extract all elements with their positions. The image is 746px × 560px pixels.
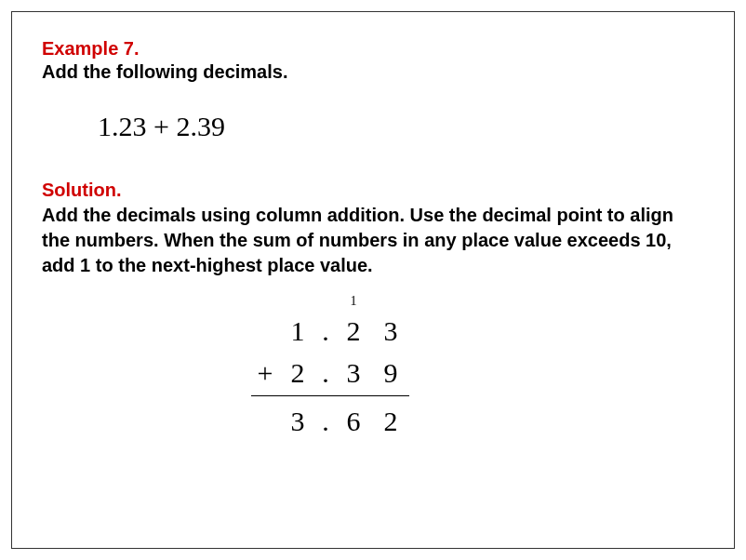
worksheet-frame: Example 7. Add the following decimals. 1… [11, 11, 735, 549]
result-row: 3 . 6 2 [251, 400, 409, 442]
row2-ones: 2 [279, 352, 316, 393]
prompt-text: Add the following decimals. [42, 61, 704, 83]
row1-tenths: 2 [335, 310, 372, 352]
solution-label: Solution. [42, 180, 704, 201]
column-addition: 1 1 . 2 3 + 2 . 3 9 3 . 6 2 [251, 295, 409, 442]
result-ones: 3 [279, 400, 316, 442]
addend-row-1: 1 . 2 3 [251, 310, 409, 352]
row2-hundredths: 9 [372, 352, 409, 393]
row2-op: + [251, 352, 279, 393]
row2-dot: . [316, 352, 335, 393]
result-hundredths: 2 [372, 400, 409, 442]
carry-hundredths [372, 295, 409, 308]
carry-ones [279, 295, 316, 308]
carry-dot [316, 295, 335, 308]
sum-underline [251, 395, 409, 396]
row1-hundredths: 3 [372, 310, 409, 352]
carry-op [251, 295, 279, 308]
result-dot: . [316, 400, 335, 442]
carry-row: 1 [251, 295, 409, 308]
math-expression: 1.23 + 2.39 [98, 111, 704, 142]
row1-dot: . [316, 310, 335, 352]
addend-row-2: + 2 . 3 9 [251, 352, 409, 393]
example-label: Example 7. [42, 38, 704, 60]
result-tenths: 6 [335, 400, 372, 442]
solution-text: Add the decimals using column addition. … [42, 203, 674, 278]
carry-tenths: 1 [335, 295, 372, 308]
row1-ones: 1 [279, 310, 316, 352]
row2-tenths: 3 [335, 352, 372, 393]
